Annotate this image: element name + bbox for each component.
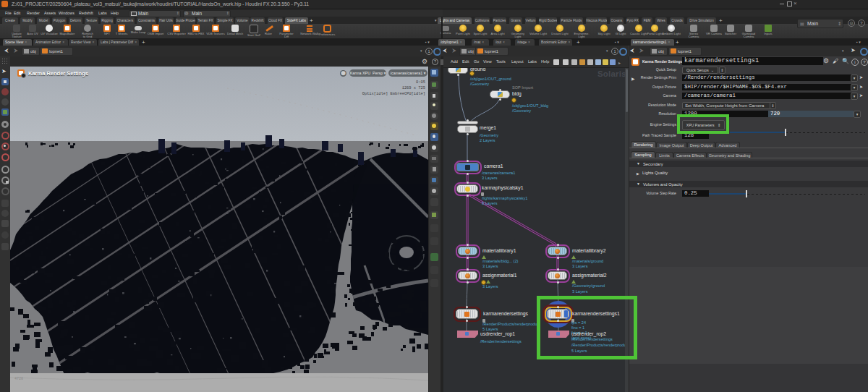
svg-text:4720: 4720 [14, 377, 23, 381]
